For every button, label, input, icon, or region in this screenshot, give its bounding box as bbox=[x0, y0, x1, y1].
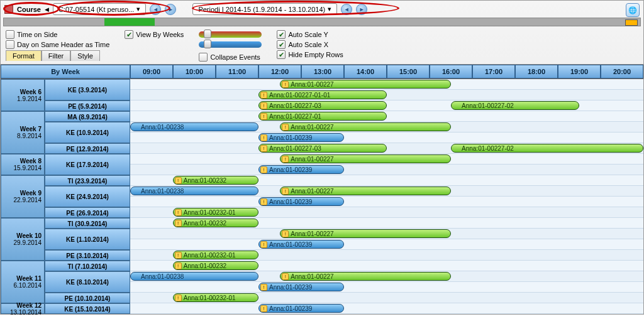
day-header[interactable]: TI (7.10.2014) bbox=[45, 261, 130, 271]
event-bar[interactable]: !Anna:01-00232 bbox=[173, 219, 258, 227]
warning-icon: ! bbox=[282, 188, 289, 195]
side-header[interactable]: By Week bbox=[1, 65, 130, 78]
event-bar[interactable]: !Anna:01-00239 bbox=[258, 165, 344, 174]
event-bar[interactable]: !Anna:01-00227 bbox=[280, 187, 451, 195]
time-header-cell[interactable]: 10:00 bbox=[173, 65, 216, 78]
day-header[interactable]: KE (24.9.2014) bbox=[45, 186, 130, 207]
day-header[interactable]: KE (15.10.2014) bbox=[45, 303, 130, 314]
chk-view-by-weeks[interactable]: ✔View By Weeks bbox=[125, 30, 184, 39]
time-header-cell[interactable]: 17:00 bbox=[472, 65, 515, 78]
time-header-cell[interactable]: 16:00 bbox=[430, 65, 472, 78]
gantt-lane: !Anna:01-00239 bbox=[130, 282, 643, 293]
gantt-lane: !Anna:01-00227-03Anna:01-00227-02 bbox=[130, 100, 643, 111]
row-height-slider[interactable] bbox=[199, 31, 262, 38]
event-bar[interactable]: Anna:01-00227-02 bbox=[451, 144, 643, 153]
event-bar[interactable]: !Anna:01-00239 bbox=[258, 197, 344, 206]
event-bar[interactable]: !Anna:01-00227 bbox=[280, 80, 451, 89]
event-bar[interactable]: !Anna:01-00227 bbox=[280, 229, 451, 238]
event-label: Anna:01-00239 bbox=[269, 305, 312, 312]
event-bar[interactable]: !Anna:01-00239 bbox=[258, 304, 344, 313]
day-header[interactable]: PE (12.9.2014) bbox=[45, 143, 130, 154]
day-header[interactable]: PE (26.9.2014) bbox=[45, 207, 130, 218]
event-label: Anna:01-00227-03 bbox=[269, 102, 321, 109]
gantt-grid: By Week 09:0010:0011:0012:0013:0014:0015… bbox=[1, 64, 643, 314]
time-header-cell[interactable]: 11:00 bbox=[216, 65, 258, 78]
day-header[interactable]: PE (10.10.2014) bbox=[45, 293, 130, 303]
event-bar[interactable]: !Anna:01-00232-01 bbox=[173, 251, 258, 259]
chevron-left-icon[interactable]: ◀ bbox=[45, 6, 49, 13]
event-bar[interactable]: Anna:01-00238 bbox=[130, 272, 258, 281]
app-window: Course ◀ C:07-05514 (Kt peruso... ▾ ◄ ► … bbox=[0, 0, 644, 315]
event-bar[interactable]: !Anna:01-00227 bbox=[280, 272, 451, 281]
day-header[interactable]: KE (10.9.2014) bbox=[45, 122, 130, 143]
period-next-button[interactable]: ► bbox=[356, 4, 367, 15]
gantt-lane: !Anna:01-00227-01 bbox=[130, 111, 643, 122]
day-header[interactable]: PE (3.10.2014) bbox=[45, 250, 130, 261]
ruler-indicator bbox=[625, 19, 638, 26]
course-dropdown[interactable]: C:07-05514 (Kt peruso... ▾ bbox=[53, 3, 146, 15]
event-label: Anna:01-00227 bbox=[291, 124, 333, 131]
time-header-cell[interactable]: 18:00 bbox=[515, 65, 558, 78]
event-bar[interactable]: Anna:01-00227-02 bbox=[451, 101, 579, 110]
day-header[interactable]: KE (3.9.2014) bbox=[45, 79, 130, 100]
chk-time-on-side[interactable]: Time on Side bbox=[6, 30, 109, 39]
day-header[interactable]: MA (8.9.2014) bbox=[45, 111, 130, 122]
time-ruler[interactable] bbox=[3, 18, 641, 26]
event-bar[interactable]: !Anna:01-00227 bbox=[280, 122, 451, 131]
gantt-lane: !Anna:01-00227 bbox=[130, 154, 643, 165]
event-bar[interactable]: !Anna:01-00232-01 bbox=[173, 208, 258, 217]
event-label: Anna:01-00227-02 bbox=[462, 145, 514, 152]
time-header-cell[interactable]: 13:00 bbox=[301, 65, 344, 78]
event-bar[interactable]: !Anna:01-00232 bbox=[173, 176, 258, 185]
period-dropdown[interactable]: Periodi I 2014-15 (1.9.2014 - 13.10.2014… bbox=[192, 3, 337, 15]
event-label: Anna:01-00227 bbox=[291, 230, 333, 237]
chk-day-same-header[interactable]: Day on Same Header as Time bbox=[6, 40, 109, 49]
event-bar[interactable]: !Anna:01-00227-01 bbox=[258, 112, 387, 121]
event-bar[interactable]: !Anna:01-00227 bbox=[280, 154, 451, 163]
chk-collapse-events[interactable]: Collapse Events bbox=[199, 53, 262, 62]
time-header-cell[interactable]: 20:00 bbox=[601, 65, 643, 78]
weeks-body: Week 61.9.2014KE (3.9.2014)PE (5.9.2014)… bbox=[1, 78, 643, 314]
course-prev-button[interactable]: ◄ bbox=[150, 4, 161, 15]
day-header[interactable]: TI (23.9.2014) bbox=[45, 175, 130, 186]
event-label: Anna:01-00227 bbox=[291, 81, 333, 88]
col-width-slider[interactable] bbox=[199, 41, 262, 48]
tab-style[interactable]: Style bbox=[70, 50, 99, 61]
event-bar[interactable]: !Anna:01-00232 bbox=[173, 261, 258, 270]
warning-icon: ! bbox=[175, 220, 182, 227]
event-bar[interactable]: !Anna:01-00239 bbox=[258, 240, 344, 249]
event-bar[interactable]: !Anna:01-00232-01 bbox=[173, 293, 258, 302]
day-header[interactable]: TI (30.9.2014) bbox=[45, 218, 130, 229]
chk-hide-empty-rows[interactable]: ✔Hide Empty Rows bbox=[277, 50, 343, 59]
day-header[interactable]: KE (8.10.2014) bbox=[45, 271, 130, 293]
time-header-cell[interactable]: 14:00 bbox=[344, 65, 387, 78]
course-next-button[interactable]: ► bbox=[165, 4, 176, 15]
day-header[interactable]: PE (5.9.2014) bbox=[45, 100, 130, 111]
tab-format[interactable]: Format bbox=[6, 50, 42, 61]
event-bar[interactable]: !Anna:01-00227-03 bbox=[258, 144, 387, 153]
warning-icon: ! bbox=[260, 241, 267, 248]
period-prev-button[interactable]: ◄ bbox=[341, 4, 352, 15]
warning-icon: ! bbox=[282, 156, 289, 163]
week-label: Week 815.9.2014 bbox=[1, 154, 45, 175]
day-header[interactable]: KE (17.9.2014) bbox=[45, 154, 130, 175]
warning-icon: ! bbox=[260, 284, 267, 291]
event-bar[interactable]: Anna:01-00238 bbox=[130, 187, 258, 195]
time-header-cell[interactable]: 12:00 bbox=[258, 65, 301, 78]
world-button[interactable]: 🌐 bbox=[626, 3, 640, 17]
chk-auto-scale-y[interactable]: ✔Auto Scale Y bbox=[277, 30, 343, 39]
event-bar[interactable]: !Anna:01-00239 bbox=[258, 283, 344, 291]
tab-filter[interactable]: Filter bbox=[42, 50, 70, 61]
chk-auto-scale-x[interactable]: ✔Auto Scale X bbox=[277, 40, 343, 49]
subtabs: Format Filter Style bbox=[6, 50, 109, 61]
event-bar[interactable]: !Anna:01-00227-01-01 bbox=[258, 90, 387, 99]
time-header-cell[interactable]: 15:00 bbox=[387, 65, 430, 78]
time-header-cell[interactable]: 09:00 bbox=[130, 65, 173, 78]
day-header[interactable]: KE (1.10.2014) bbox=[45, 229, 130, 250]
event-bar[interactable]: Anna:01-00238 bbox=[130, 122, 258, 131]
event-bar[interactable]: !Anna:01-00227-03 bbox=[258, 101, 387, 110]
week-label: Week 116.10.2014 bbox=[1, 261, 45, 303]
gantt-lane: !Anna:01-00227 bbox=[130, 229, 643, 239]
time-header-cell[interactable]: 19:00 bbox=[558, 65, 601, 78]
event-bar[interactable]: !Anna:01-00239 bbox=[258, 133, 344, 142]
